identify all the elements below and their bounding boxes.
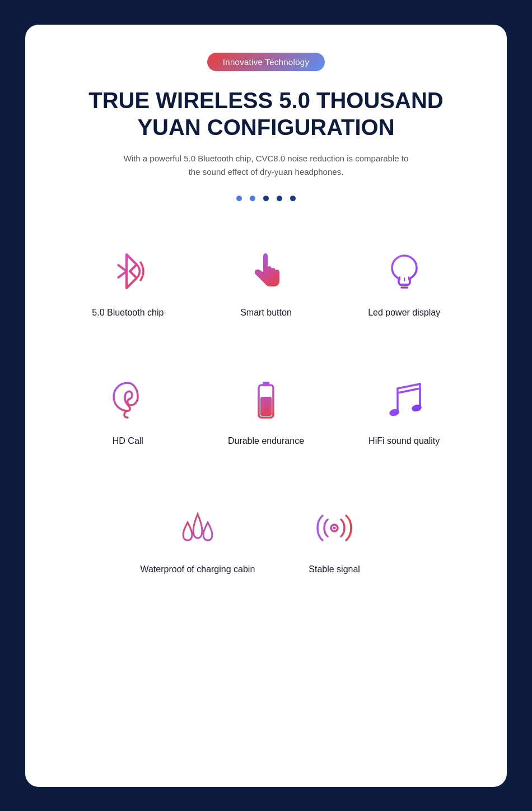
led-label: Led power display: [368, 308, 440, 318]
svg-rect-5: [260, 397, 272, 416]
page-subtitle: With a powerful 5.0 Bluetooth chip, CVC8…: [120, 152, 412, 179]
svg-rect-4: [263, 382, 269, 386]
feature-touch: Smart button: [197, 229, 335, 335]
feature-bluetooth: 5.0 Bluetooth chip: [59, 229, 197, 335]
battery-label: Durable endurance: [228, 436, 304, 446]
main-card: Innovative Technology TRUE WIRELESS 5.0 …: [25, 25, 507, 787]
dot-4: [277, 196, 282, 201]
feature-hd-call: HD Call: [59, 358, 197, 463]
ear-icon: [102, 374, 153, 425]
bluetooth-label: 5.0 Bluetooth chip: [92, 308, 164, 318]
music-icon: [379, 374, 430, 425]
bulb-icon: [379, 246, 430, 296]
waterproof-label: Waterproof of charging cabin: [140, 564, 255, 574]
svg-line-7: [398, 388, 420, 393]
dot-1: [236, 196, 242, 201]
hd-call-label: HD Call: [113, 436, 143, 446]
signal-icon: [309, 503, 360, 553]
feature-signal: Stable signal: [266, 486, 403, 591]
features-row-3: Waterproof of charging cabin: [129, 486, 403, 591]
svg-point-13: [333, 526, 336, 529]
dot-5: [290, 196, 296, 201]
feature-battery: Durable endurance: [197, 358, 335, 463]
water-icon: [172, 503, 223, 553]
music-label: HiFi sound quality: [368, 436, 440, 446]
svg-point-0: [264, 254, 268, 258]
divider-2: [59, 480, 473, 480]
signal-label: Stable signal: [309, 564, 360, 574]
feature-led: Led power display: [335, 229, 473, 335]
feature-music: HiFi sound quality: [335, 358, 473, 463]
dot-3: [263, 196, 269, 201]
dot-2: [250, 196, 255, 201]
touch-icon: [241, 246, 291, 296]
innovation-badge: Innovative Technology: [207, 53, 325, 71]
divider-1: [59, 351, 473, 352]
touch-label: Smart button: [240, 308, 292, 318]
features-row-2: HD Call: [59, 358, 473, 463]
battery-icon: [241, 374, 291, 425]
feature-waterproof: Waterproof of charging cabin: [129, 486, 266, 591]
page-title: TRUE WIRELESS 5.0 THOUSAND YUAN CONFIGUR…: [59, 87, 473, 141]
bluetooth-icon: [102, 246, 153, 296]
features-row-1: 5.0 Bluetooth chip Smart: [59, 229, 473, 335]
indicator-dots: [236, 196, 296, 201]
svg-line-6: [398, 384, 420, 388]
